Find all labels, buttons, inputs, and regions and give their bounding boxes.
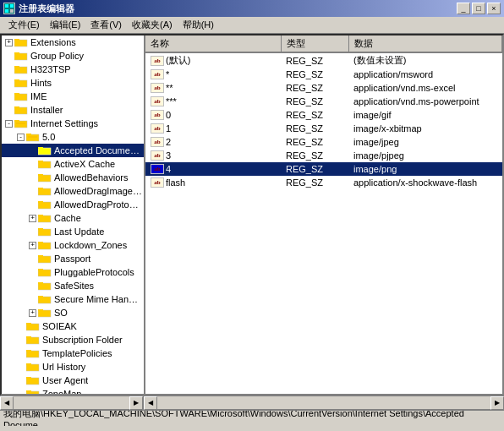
tree-label: Cache bbox=[54, 213, 81, 223]
svg-rect-23 bbox=[38, 148, 51, 155]
no-expand bbox=[29, 296, 36, 303]
folder-icon bbox=[38, 267, 52, 277]
table-row[interactable]: ab2REG_SZimage/jpeg bbox=[145, 135, 502, 149]
tree-item-passport[interactable]: Passport bbox=[2, 252, 144, 265]
table-row[interactable]: ab1REG_SZimage/x-xbitmap bbox=[145, 122, 502, 135]
horizontal-scrollbar: ◀ ▶ ◀ ▶ bbox=[0, 396, 504, 409]
reg-value-icon: ab bbox=[151, 164, 164, 174]
svg-rect-17 bbox=[14, 121, 27, 128]
svg-rect-51 bbox=[26, 337, 39, 344]
expand-icon[interactable]: - bbox=[5, 120, 13, 128]
tree-item-5-0[interactable]: - 5.0 bbox=[2, 130, 144, 144]
col-data[interactable]: 数据 bbox=[348, 35, 502, 52]
tree-item-h323tsp[interactable]: H323TSP bbox=[2, 63, 144, 76]
tree-item-lockdown-zones[interactable]: + Lockdown_Zones bbox=[2, 238, 144, 252]
tree-item-so[interactable]: + SO bbox=[2, 306, 144, 319]
tree-item-extensions[interactable]: + Extensions bbox=[2, 35, 144, 49]
svg-rect-52 bbox=[26, 336, 31, 338]
svg-rect-7 bbox=[14, 53, 27, 60]
tree-label: AllowedDragImageExt bbox=[54, 186, 142, 196]
no-expand bbox=[29, 269, 36, 276]
tree-item-pluggable-protocols[interactable]: PluggableProtocols bbox=[2, 265, 144, 279]
tree-item-installer[interactable]: Installer bbox=[2, 103, 144, 117]
svg-rect-5 bbox=[14, 40, 27, 46]
menu-help[interactable]: 帮助(H) bbox=[178, 18, 219, 32]
col-name[interactable]: 名称 bbox=[145, 35, 281, 52]
svg-rect-10 bbox=[14, 66, 19, 68]
svg-rect-36 bbox=[38, 228, 43, 230]
scroll-right-btn2[interactable]: ▶ bbox=[490, 396, 504, 410]
table-row[interactable]: abflashREG_SZapplication/x-shockwave-fla… bbox=[145, 176, 502, 189]
reg-value-icon: ab bbox=[151, 137, 164, 147]
col-type[interactable]: 类型 bbox=[281, 35, 348, 52]
tree-item-hints[interactable]: Hints bbox=[2, 76, 144, 90]
folder-icon bbox=[38, 281, 52, 291]
tree-item-safesites[interactable]: SafeSites bbox=[2, 279, 144, 292]
restore-button[interactable]: □ bbox=[472, 3, 485, 14]
table-row[interactable]: ab*REG_SZapplication/msword bbox=[145, 68, 502, 81]
tree-item-url-history[interactable]: Url History bbox=[2, 360, 144, 374]
svg-rect-25 bbox=[38, 161, 51, 168]
table-row[interactable]: ab3REG_SZimage/pjpeg bbox=[145, 149, 502, 162]
table-row[interactable]: ab**REG_SZapplication/vnd.ms-excel bbox=[145, 81, 502, 95]
expand-icon[interactable]: + bbox=[5, 39, 13, 46]
reg-value-icon: ab bbox=[151, 110, 164, 120]
tree-item-user-agent[interactable]: User Agent bbox=[2, 374, 144, 387]
table-row[interactable]: ab4REG_SZimage/png bbox=[145, 162, 502, 176]
scroll-right-btn[interactable]: ▶ bbox=[129, 396, 143, 410]
folder-icon bbox=[38, 145, 52, 155]
reg-value-data: application/x-shockwave-flash bbox=[348, 176, 502, 189]
tree-item-last-update[interactable]: Last Update bbox=[2, 225, 144, 238]
expand-icon[interactable]: + bbox=[29, 309, 36, 317]
tree-label: Subscription Folder bbox=[42, 335, 123, 345]
tree-item-subscription-folder[interactable]: Subscription Folder bbox=[2, 333, 144, 346]
table-row[interactable]: ab0REG_SZimage/gif bbox=[145, 108, 502, 122]
menu-favorites[interactable]: 收藏夹(A) bbox=[127, 18, 178, 32]
tree-label: Internet Settings bbox=[30, 118, 98, 128]
table-row[interactable]: ab***REG_SZapplication/vnd.ms-powerpoint bbox=[145, 95, 502, 108]
no-expand bbox=[17, 377, 25, 385]
title-bar: 注册表编辑器 _ □ × bbox=[0, 0, 504, 17]
svg-rect-2 bbox=[10, 4, 14, 8]
svg-rect-16 bbox=[14, 106, 19, 108]
menu-view[interactable]: 查看(V) bbox=[85, 18, 127, 32]
tree-item-template-policies[interactable]: TemplatePolicies bbox=[2, 346, 144, 360]
reg-value-type: REG_SZ bbox=[281, 162, 348, 176]
tree-label: IME bbox=[30, 91, 47, 101]
svg-rect-26 bbox=[38, 161, 43, 162]
tree-item-accepted-documents[interactable]: Accepted Documents bbox=[2, 144, 144, 157]
tree-item-allowed-behaviors[interactable]: AllowedBehaviors bbox=[2, 171, 144, 184]
expand-icon[interactable]: + bbox=[29, 242, 36, 249]
reg-value-name: ** bbox=[166, 83, 173, 93]
close-button[interactable]: × bbox=[487, 3, 501, 14]
no-expand bbox=[17, 390, 25, 395]
menu-file[interactable]: 文件(E) bbox=[3, 18, 45, 32]
tree-item-allowed-drag[interactable]: AllowedDragImageExt bbox=[2, 184, 144, 198]
svg-rect-45 bbox=[38, 297, 51, 303]
expand-icon[interactable]: - bbox=[17, 134, 25, 141]
tree-item-internet-settings[interactable]: - Internet Settings bbox=[2, 117, 144, 130]
no-expand bbox=[29, 174, 36, 182]
svg-rect-33 bbox=[38, 216, 51, 222]
tree-item-secure-mime[interactable]: Secure Mime Handlers bbox=[2, 292, 144, 306]
scroll-left-btn[interactable]: ◀ bbox=[0, 396, 14, 410]
reg-value-type: REG_SZ bbox=[281, 68, 348, 81]
tree-label: User Agent bbox=[42, 375, 88, 385]
tree-label: Last Update bbox=[54, 226, 104, 237]
table-row[interactable]: ab(默认)REG_SZ(数值未设置) bbox=[145, 52, 502, 68]
tree-item-ime[interactable]: IME bbox=[2, 90, 144, 103]
reg-value-name: * bbox=[166, 69, 169, 79]
expand-icon[interactable]: + bbox=[29, 215, 36, 222]
scroll-left-btn2[interactable]: ◀ bbox=[144, 396, 157, 410]
tree-label: 5.0 bbox=[42, 132, 55, 142]
minimize-button[interactable]: _ bbox=[457, 3, 470, 14]
tree-item-cache[interactable]: + Cache bbox=[2, 211, 144, 225]
tree-item-zonemap[interactable]: ZoneMap bbox=[2, 387, 144, 394]
tree-item-group-policy[interactable]: Group Policy bbox=[2, 49, 144, 63]
menu-edit[interactable]: 编辑(E) bbox=[45, 18, 86, 32]
svg-rect-37 bbox=[38, 243, 51, 249]
tree-item-allowed-drag-protocols[interactable]: AllowedDragProtocols bbox=[2, 198, 144, 211]
tree-item-activex-cache[interactable]: ActiveX Cache bbox=[2, 157, 144, 171]
tree-item-soieak[interactable]: SOIEAK bbox=[2, 319, 144, 333]
tree-pane: + Extensions Group Policy H323TSP Hints … bbox=[2, 35, 145, 394]
